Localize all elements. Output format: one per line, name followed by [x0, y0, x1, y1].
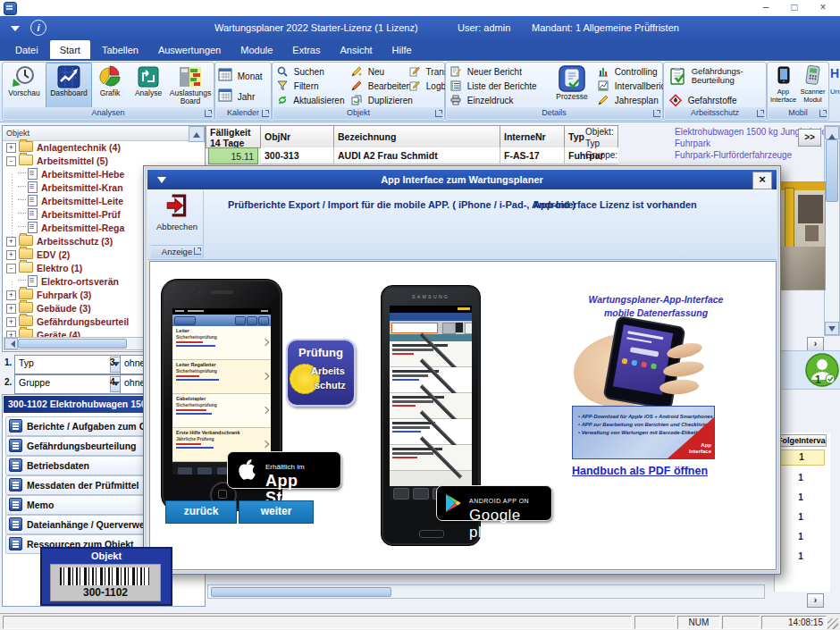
maximize-button[interactable]: □ — [785, 1, 804, 14]
column-header-internenr[interactable]: InterneNr — [500, 125, 565, 148]
main-horizontal-scrollbar[interactable] — [207, 584, 765, 599]
tree-item-label[interactable]: Elektro (1) — [37, 263, 82, 273]
dialog-launcher-icon[interactable] — [205, 110, 212, 117]
tree-item-label[interactable]: Arbeitsmittel-Kran — [41, 182, 123, 193]
tab-auswertungen[interactable]: Auswertungen — [148, 40, 231, 59]
tree-expander[interactable]: + — [6, 290, 16, 300]
tree-item-label[interactable]: Arbeitsmittel (5) — [37, 155, 108, 166]
einzeldruck-button[interactable]: Einzeldruck — [450, 95, 513, 108]
tree-item-label[interactable]: Anlagentechnik (4) — [37, 142, 121, 153]
tree-item-label[interactable]: Fuhrpark (3) — [37, 290, 91, 300]
dialog-launcher-icon[interactable] — [819, 110, 827, 117]
tree-header[interactable]: Objekt — [3, 126, 205, 141]
tab-ansicht[interactable]: Ansicht — [331, 40, 382, 59]
bearbeiten-button[interactable]: Bearbeiten — [351, 80, 411, 94]
jahresplan-button[interactable]: Jahresplan — [598, 95, 659, 108]
controlling-button[interactable]: Controlling — [598, 66, 658, 80]
gefahrstoffe-button[interactable]: Gefahrstoffe — [668, 93, 737, 106]
tree-expander[interactable]: + — [6, 250, 16, 260]
tree-item-label[interactable]: Gebäude (3) — [37, 303, 91, 314]
tab-datei[interactable]: Datei — [5, 40, 48, 59]
weiter-button[interactable]: weiter — [239, 500, 314, 524]
vorschau-button[interactable]: Vorschau — [4, 63, 44, 108]
aktualisieren-button[interactable]: Aktualisieren — [277, 95, 345, 108]
filter-select-gruppe[interactable]: Gruppe — [14, 374, 125, 394]
quick-menu-caret-icon[interactable] — [7, 21, 25, 35]
tree-expander[interactable]: - — [6, 156, 16, 166]
handbuch-pdf-link[interactable]: Handbuch als PDF öffnen — [572, 465, 708, 477]
column-header-objnr[interactable]: ObjNr — [261, 125, 334, 148]
dialog-launcher-icon[interactable] — [194, 248, 201, 255]
dialog-launcher-icon[interactable] — [653, 110, 660, 117]
gefaehrdungsbeurteilung-button[interactable]: Gefährdungs- Beurteilung — [668, 67, 743, 88]
scanner-modul-button[interactable]: Scanner Modul — [799, 63, 827, 108]
intervallbericht-button[interactable]: Intervallbericht — [598, 80, 673, 94]
info-icon[interactable]: i — [30, 20, 46, 36]
more-button[interactable]: › — [807, 593, 824, 608]
folge-cell[interactable]: 1 — [778, 449, 825, 466]
grafik-button[interactable]: Grafik — [92, 63, 128, 108]
analyse-button[interactable]: Analyse — [129, 63, 168, 108]
jahr-button[interactable]: Jahr — [218, 88, 255, 101]
folge-cell[interactable]: 1 — [778, 491, 823, 505]
tab-hilfe[interactable]: Hilfe — [382, 40, 422, 59]
tree-item-label[interactable]: Elektro-ortsverän — [41, 276, 119, 287]
tree-expander[interactable]: - — [6, 264, 16, 273]
more-button[interactable]: › — [807, 337, 824, 351]
tab-tabellen[interactable]: Tabellen — [92, 40, 148, 59]
prozesse-button[interactable]: Prozesse — [551, 63, 592, 108]
tree-expander[interactable]: + — [6, 304, 16, 314]
tree-item-label[interactable]: Gefährdungsbeurteil — [37, 316, 129, 327]
dialog-launcher-icon[interactable] — [757, 110, 764, 117]
monat-button[interactable]: Monat — [218, 67, 263, 80]
dashboard-button[interactable]: Dashboard — [46, 63, 92, 109]
tree-item-label[interactable]: Arbeitsmittel-Leite — [41, 196, 123, 206]
neu-button[interactable]: Neu — [351, 66, 384, 80]
dialog-close-button[interactable]: × — [752, 172, 772, 189]
cell-internenr[interactable]: F-AS-17 — [500, 147, 565, 164]
cell-bezeichnung[interactable]: AUDI A2 Frau Schmidt — [334, 147, 500, 164]
cell-due-date[interactable]: 15.11 — [208, 147, 258, 164]
responsible-person-icon[interactable]: 1 — [805, 353, 839, 387]
filter-select-typ[interactable]: Typ — [14, 355, 125, 374]
minimize-button[interactable]: – — [756, 1, 776, 14]
cell-objnr[interactable]: 300-313 — [261, 147, 334, 164]
scroll-down-icon[interactable] — [825, 322, 839, 335]
tree-item-label[interactable]: EDV (2) — [37, 249, 70, 260]
app-interface-button[interactable]: App Interface — [769, 63, 798, 108]
neuer-bericht-button[interactable]: Neuer Bericht — [450, 66, 522, 80]
suchen-button[interactable]: Suchen — [277, 66, 324, 80]
dialog-launcher-icon[interactable] — [435, 110, 442, 117]
app-store-badge[interactable]: Erhältlich im App Store — [227, 451, 341, 489]
tree-item-label[interactable]: Arbeitsschutz (3) — [37, 236, 113, 247]
resize-grip-icon[interactable] — [827, 618, 838, 629]
filtern-button[interactable]: Filtern — [277, 80, 319, 94]
folgeintervall-header[interactable]: FolgeIntervall — [775, 434, 827, 447]
folge-cell[interactable]: 1 — [778, 550, 823, 564]
auslastungsboard-button[interactable]: Auslastungs Board — [169, 63, 212, 108]
tab-extras[interactable]: Extras — [282, 40, 330, 59]
close-button[interactable]: × — [813, 1, 833, 14]
zurueck-button[interactable]: zurück — [165, 500, 237, 524]
dialog-titlebar[interactable]: App Interface zum Wartungsplaner × — [147, 170, 777, 189]
scroll-up-icon[interactable] — [825, 126, 839, 139]
tree-item-label[interactable]: Arbeitsmittel-Prüf — [41, 209, 121, 220]
scrollbar-thumb[interactable] — [211, 587, 391, 597]
scroll-left-icon[interactable] — [4, 338, 18, 349]
column-header-faelligkeit[interactable]: Fälligkeit 14 Tage — [206, 125, 261, 148]
vertical-scrollbar[interactable] — [824, 125, 840, 336]
abbrechen-button[interactable]: Abbrechen — [151, 190, 203, 231]
tree-expander[interactable]: + — [6, 237, 16, 247]
expand-details-button[interactable]: >> — [798, 129, 821, 147]
scrollbar-thumb[interactable] — [826, 139, 838, 202]
tree-item-label[interactable]: Arbeitsmittel-Rega — [41, 223, 124, 233]
scrollbar-thumb[interactable] — [18, 339, 127, 349]
column-header-bezeichnung[interactable]: Bezeichnung — [334, 125, 500, 148]
folge-cell[interactable]: 1 — [778, 471, 823, 485]
folge-cell[interactable]: 1 — [778, 530, 823, 544]
google-play-badge[interactable]: ANDROID APP ON Google play — [436, 485, 552, 521]
tab-start[interactable]: Start — [50, 40, 90, 59]
tree-expander[interactable]: + — [6, 317, 16, 327]
dialog-menu-caret-icon[interactable] — [155, 173, 171, 186]
duplizieren-button[interactable]: Duplizieren — [351, 95, 413, 108]
